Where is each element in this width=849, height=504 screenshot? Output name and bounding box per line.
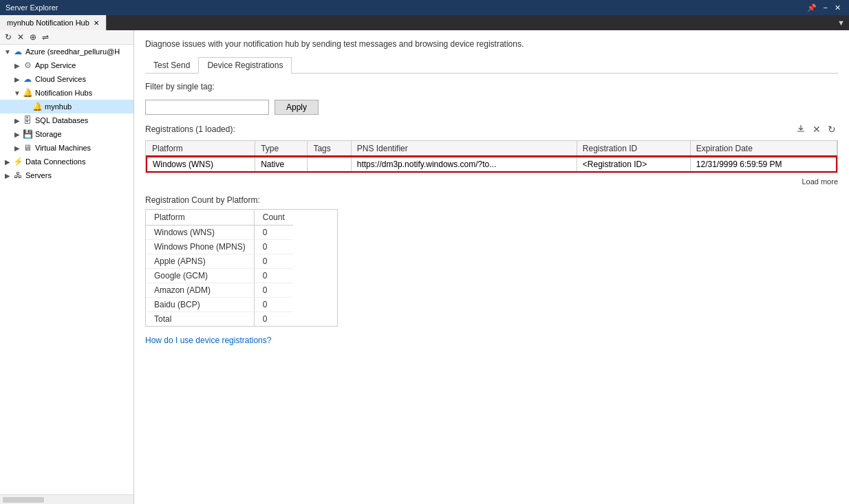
registrations-table-wrapper: Platform Type Tags PNS Identifier Regist… xyxy=(145,140,838,173)
sidebar-item-servers[interactable]: ▶ 🖧 Servers xyxy=(0,168,133,182)
count-cell-platform: Total xyxy=(146,311,254,326)
expand-icon: ▶ xyxy=(12,144,22,152)
count-cell-platform: Amazon (ADM) xyxy=(146,283,254,297)
sidebar: ↻ ✕ ⊕ ⇌ ▼ ☁ Azure (sreedhar_pelluru@H ▶ … xyxy=(0,30,134,504)
col-platform: Platform xyxy=(147,141,255,157)
storage-icon: 💾 xyxy=(22,129,33,140)
filter-row: Filter by single tag: xyxy=(145,82,838,91)
hub-tab[interactable]: mynhub Notification Hub ✕ xyxy=(0,15,107,30)
vm-icon: 🖥 xyxy=(22,142,33,153)
new-server-button[interactable]: ⊕ xyxy=(28,32,39,43)
count-cell-count: 0 xyxy=(254,297,293,311)
sidebar-item-mynhub[interactable]: 🔔 mynhub xyxy=(0,100,133,113)
sidebar-item-cloud-services[interactable]: ▶ ☁ Cloud Services xyxy=(0,72,133,86)
count-table-row[interactable]: Apple (APNS)0 xyxy=(146,254,293,268)
pin-button[interactable]: 📌 xyxy=(804,3,819,12)
sidebar-item-storage[interactable]: ▶ 💾 Storage xyxy=(0,127,133,141)
tab-menu-button[interactable]: ▼ xyxy=(833,15,849,30)
help-link[interactable]: How do I use device registrations? xyxy=(145,336,271,345)
count-cell-count: 0 xyxy=(254,254,293,268)
sql-databases-label: SQL Databases xyxy=(35,116,88,124)
hub-tab-label: mynhub Notification Hub xyxy=(7,19,89,27)
servers-icon: 🖧 xyxy=(12,170,23,181)
col-type: Type xyxy=(255,141,308,157)
registrations-table: Platform Type Tags PNS Identifier Regist… xyxy=(146,141,837,173)
azure-icon: ☁ xyxy=(12,46,23,57)
vm-label: Virtual Machines xyxy=(35,144,91,152)
content-inner: Diagnose issues with your notification h… xyxy=(134,30,849,504)
refresh-button[interactable]: ↻ xyxy=(3,32,14,43)
count-section-title: Registration Count by Platform: xyxy=(145,195,838,205)
title-bar: Server Explorer 📌 − ✕ xyxy=(0,0,849,15)
count-table-row[interactable]: Windows (WNS)0 xyxy=(146,225,293,239)
tab-test-send[interactable]: Test Send xyxy=(145,58,198,73)
connect-button[interactable]: ⇌ xyxy=(40,32,51,43)
load-more: Load more xyxy=(145,176,838,190)
expand-icon xyxy=(22,103,32,111)
sidebar-item-notification-hubs[interactable]: ▼ 🔔 Notification Hubs xyxy=(0,86,133,100)
storage-label: Storage xyxy=(35,130,62,138)
data-connections-icon: ⚡ xyxy=(12,156,23,167)
sidebar-item-virtual-machines[interactable]: ▶ 🖥 Virtual Machines xyxy=(0,141,133,155)
col-expiration-date: Expiration Date xyxy=(690,141,837,157)
cell-platform: Windows (WNS) xyxy=(147,157,255,172)
expand-icon: ▼ xyxy=(12,89,22,97)
count-cell-count: 0 xyxy=(254,268,293,283)
filter-input[interactable] xyxy=(145,100,269,115)
apply-button[interactable]: Apply xyxy=(275,100,319,115)
content-tabs: Test Send Device Registrations xyxy=(145,57,838,74)
close-button[interactable]: ✕ xyxy=(832,3,843,12)
cell-pns-identifier: https://dm3p.notify.windows.com/?to... xyxy=(351,157,577,172)
count-table-row[interactable]: Baidu (BCP)0 xyxy=(146,297,293,311)
count-table-row[interactable]: Amazon (ADM)0 xyxy=(146,283,293,297)
data-connections-label: Data Connections xyxy=(25,157,85,166)
count-table-row[interactable]: Google (GCM)0 xyxy=(146,268,293,283)
mynhub-icon: 🔔 xyxy=(32,101,43,112)
hub-tab-close[interactable]: ✕ xyxy=(94,19,99,27)
servers-label: Servers xyxy=(25,171,52,179)
expand-icon: ▶ xyxy=(12,131,22,138)
sidebar-item-data-connections[interactable]: ▶ ⚡ Data Connections xyxy=(0,155,133,168)
table-row[interactable]: Windows (WNS) Native https://dm3p.notify… xyxy=(147,157,837,172)
count-cell-count: 0 xyxy=(254,239,293,254)
sidebar-item-app-service[interactable]: ▶ ⚙ App Service xyxy=(0,58,133,72)
disconnect-button[interactable]: ✕ xyxy=(15,32,26,43)
count-cell-count: 0 xyxy=(254,225,293,239)
count-cell-platform: Apple (APNS) xyxy=(146,254,254,268)
tree-item-azure[interactable]: ▼ ☁ Azure (sreedhar_pelluru@H xyxy=(0,45,133,58)
download-button[interactable] xyxy=(794,123,808,136)
count-col-platform: Platform xyxy=(146,210,254,226)
filter-label: Filter by single tag: xyxy=(145,82,215,91)
sidebar-scrollbar[interactable] xyxy=(0,494,133,504)
expand-icon: ▶ xyxy=(3,172,12,179)
filter-controls: Apply xyxy=(145,100,838,115)
expand-icon: ▶ xyxy=(3,158,12,166)
app-service-icon: ⚙ xyxy=(22,60,33,71)
sql-databases-icon: 🗄 xyxy=(22,115,33,126)
count-cell-count: 0 xyxy=(254,311,293,326)
main-layout: ↻ ✕ ⊕ ⇌ ▼ ☁ Azure (sreedhar_pelluru@H ▶ … xyxy=(0,30,849,504)
sidebar-toolbar: ↻ ✕ ⊕ ⇌ xyxy=(0,30,133,45)
sidebar-item-sql-databases[interactable]: ▶ 🗄 SQL Databases xyxy=(0,113,133,127)
delete-button[interactable]: ✕ xyxy=(810,123,823,136)
cloud-services-icon: ☁ xyxy=(22,74,33,85)
description: Diagnose issues with your notification h… xyxy=(145,39,838,50)
cell-type: Native xyxy=(255,157,308,172)
col-pns-identifier: PNS Identifier xyxy=(351,141,577,157)
count-cell-platform: Windows (WNS) xyxy=(146,225,254,239)
expand-icon: ▶ xyxy=(12,62,22,69)
tab-device-registrations[interactable]: Device Registrations xyxy=(198,57,292,74)
col-tags: Tags xyxy=(308,141,351,157)
count-table-row[interactable]: Total0 xyxy=(146,311,293,326)
count-cell-count: 0 xyxy=(254,283,293,297)
refresh-registrations-button[interactable]: ↻ xyxy=(826,123,838,136)
app-service-label: App Service xyxy=(35,61,76,69)
cell-expiration-date: 12/31/9999 6:59:59 PM xyxy=(690,157,837,172)
minimize-button[interactable]: − xyxy=(821,3,830,12)
count-table: Platform Count Windows (WNS)0Windows Pho… xyxy=(146,210,293,326)
count-table-wrapper: Platform Count Windows (WNS)0Windows Pho… xyxy=(145,209,338,327)
count-table-row[interactable]: Windows Phone (MPNS)0 xyxy=(146,239,293,254)
expand-icon: ▶ xyxy=(12,117,22,124)
cloud-services-label: Cloud Services xyxy=(35,75,86,83)
notification-hubs-icon: 🔔 xyxy=(22,87,33,98)
